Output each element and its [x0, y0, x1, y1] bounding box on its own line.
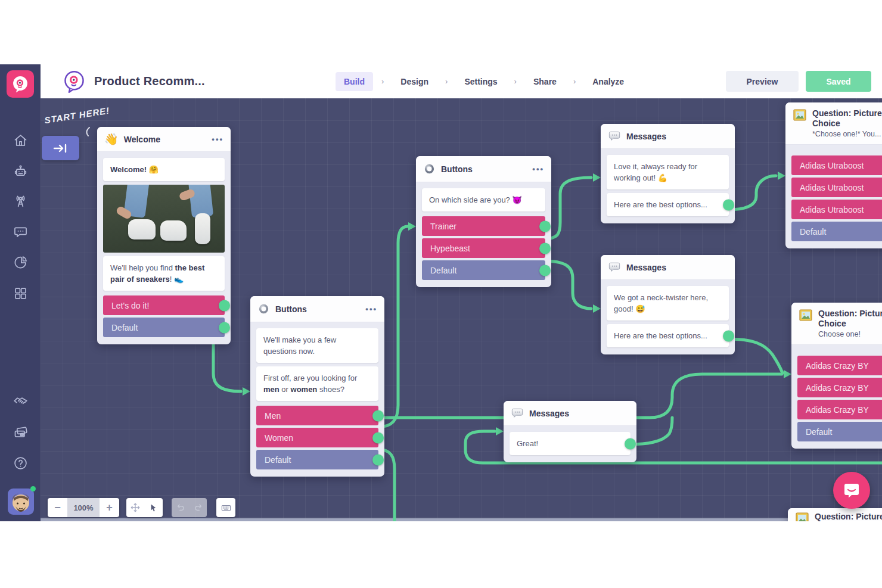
- connector-port[interactable]: [539, 265, 551, 276]
- connector-port[interactable]: [723, 330, 734, 341]
- default-button[interactable]: Default: [422, 260, 545, 280]
- top-actions: Preview Saved: [726, 71, 871, 92]
- node-body: Adidas Crazy BY Adidas Crazy BY Adidas C…: [791, 345, 882, 449]
- saved-button[interactable]: Saved: [806, 71, 871, 92]
- node-picture-crazy[interactable]: Question: Picture Choice Choose one! Adi…: [791, 303, 882, 449]
- redo-button[interactable]: [190, 498, 207, 517]
- node-messages-necktwister[interactable]: Messages We got a neck-twister here, goo…: [601, 255, 735, 354]
- message-block[interactable]: On which side are you? 😈: [422, 188, 545, 211]
- zoom-level: 100%: [67, 498, 100, 517]
- message-text: Here are the best options...: [614, 331, 707, 340]
- brand: Product Recomm...: [61, 69, 205, 94]
- connector-port[interactable]: [625, 438, 636, 449]
- connection-arrow: [778, 172, 785, 180]
- choice-button-label: Adidas Utraboost: [800, 161, 864, 170]
- choice-button[interactable]: Adidas Utraboost: [791, 155, 882, 175]
- node-buttons-side[interactable]: Buttons ••• On which side are you? 😈 Tra…: [416, 156, 551, 287]
- nav-tab-analyze[interactable]: Analyze: [584, 72, 632, 91]
- landbot-logo-tile[interactable]: [7, 70, 34, 98]
- message-block[interactable]: Love it, always ready for working out! 💪: [607, 155, 729, 189]
- nav-tab-build[interactable]: Build: [336, 72, 373, 91]
- choice-button-label: Adidas Crazy BY: [806, 383, 869, 393]
- default-button[interactable]: Default: [791, 222, 882, 241]
- user-avatar[interactable]: [8, 489, 34, 515]
- sidebar-item-partners[interactable]: [8, 389, 32, 413]
- choice-button[interactable]: Hypebeast: [422, 238, 545, 258]
- node-welcome[interactable]: 👋 Welcome ••• Welcome! 🤗 We'll help you …: [97, 127, 231, 344]
- bot-title[interactable]: Product Recomm...: [94, 74, 205, 88]
- connector-port[interactable]: [539, 242, 551, 254]
- messages-icon: [608, 130, 621, 142]
- choice-button[interactable]: Trainer: [422, 216, 545, 236]
- sidebar-item-bot-builder[interactable]: [8, 159, 32, 183]
- default-button[interactable]: Default: [103, 318, 225, 337]
- help-chat-launcher[interactable]: [833, 472, 870, 509]
- nav-tab-settings[interactable]: Settings: [456, 72, 505, 91]
- keyboard-shortcuts-button[interactable]: [216, 498, 235, 517]
- choice-button-label: Trainer: [430, 222, 456, 231]
- choice-button-label: Adidas Utraboost: [800, 205, 864, 214]
- sneakers-photo[interactable]: [103, 185, 225, 253]
- connection-line[interactable]: [728, 176, 776, 210]
- node-buttons-gender[interactable]: Buttons ••• We'll make you a few questio…: [250, 296, 384, 477]
- sidebar-item-billing[interactable]: [8, 420, 32, 444]
- node-messages-workout[interactable]: Messages Love it, always ready for worki…: [601, 124, 735, 223]
- connector-port[interactable]: [372, 432, 384, 443]
- choice-button[interactable]: Women: [256, 428, 378, 447]
- node-picture-ultraboost[interactable]: Question: Picture Choice *Choose one!* Y…: [785, 102, 882, 248]
- message-block[interactable]: We got a neck-twister here, good! 😅: [607, 286, 729, 321]
- choice-button[interactable]: Adidas Crazy BY: [797, 356, 882, 375]
- flow-canvas[interactable]: START HERE! 👋 Welcome ••• Welcome! 🤗: [41, 98, 882, 521]
- nav-tab-share[interactable]: Share: [525, 72, 565, 91]
- message-block[interactable]: Welcome! 🤗: [103, 158, 225, 181]
- node-menu-button[interactable]: •••: [212, 135, 223, 144]
- connector-port[interactable]: [372, 454, 384, 465]
- choice-button[interactable]: Men: [256, 406, 378, 425]
- sidebar-item-broadcast[interactable]: [8, 189, 32, 213]
- choice-button[interactable]: Adidas Crazy BY: [797, 400, 882, 419]
- wallet-cards-icon: [13, 424, 29, 440]
- node-title: Welcome: [124, 135, 160, 144]
- sidebar-item-analytics[interactable]: [8, 250, 32, 274]
- select-tool-button[interactable]: [144, 498, 163, 517]
- connector-port[interactable]: [723, 199, 734, 210]
- connector-port[interactable]: [372, 410, 384, 421]
- choice-button-label: Adidas Utraboost: [800, 183, 864, 192]
- choice-button[interactable]: Adidas Crazy BY: [797, 378, 882, 397]
- zoom-in-button[interactable]: +: [100, 498, 119, 517]
- default-button[interactable]: Default: [797, 422, 882, 441]
- undo-button[interactable]: [172, 498, 190, 517]
- message-block[interactable]: We'll help you find the best pair of sne…: [103, 256, 225, 291]
- sidebar-item-help[interactable]: [8, 451, 32, 475]
- choice-button[interactable]: Adidas Utraboost: [791, 178, 882, 197]
- sidebar-item-home[interactable]: [8, 128, 32, 152]
- nav-tab-design[interactable]: Design: [392, 72, 437, 91]
- message-text: On which side are you? 😈: [429, 195, 522, 204]
- default-button[interactable]: Default: [256, 450, 378, 469]
- choice-button[interactable]: Adidas Utraboost: [791, 200, 882, 219]
- sidebar-item-apps[interactable]: [8, 281, 32, 305]
- node-header: Messages: [601, 124, 735, 149]
- message-block[interactable]: Great!: [510, 432, 631, 455]
- connector-port[interactable]: [219, 300, 230, 311]
- pan-tool-button[interactable]: [126, 498, 144, 517]
- message-block[interactable]: First off, are you looking for men or wo…: [256, 366, 378, 401]
- connector-port[interactable]: [219, 322, 230, 333]
- node-menu-button[interactable]: •••: [365, 304, 377, 313]
- connection-arrow: [496, 427, 504, 435]
- zoom-out-button[interactable]: −: [48, 498, 67, 517]
- message-text: or: [279, 385, 291, 394]
- node-messages-great[interactable]: Messages Great!: [504, 401, 636, 462]
- message-block[interactable]: We'll make you a few questions now.: [256, 328, 378, 363]
- message-block[interactable]: Here are the best options...: [607, 324, 729, 347]
- connector-port[interactable]: [539, 220, 551, 232]
- node-picture-bottom[interactable]: Question: Picture Choice: [788, 508, 882, 521]
- node-menu-button[interactable]: •••: [532, 164, 544, 173]
- preview-button[interactable]: Preview: [726, 71, 799, 92]
- message-block[interactable]: Here are the best options...: [607, 193, 729, 216]
- start-point-button[interactable]: [42, 136, 79, 160]
- connection-line[interactable]: [728, 339, 782, 373]
- node-title: Question: Picture Choice: [818, 309, 882, 329]
- choice-button[interactable]: Let's do it!: [103, 295, 225, 315]
- sidebar-item-chats[interactable]: [8, 219, 32, 243]
